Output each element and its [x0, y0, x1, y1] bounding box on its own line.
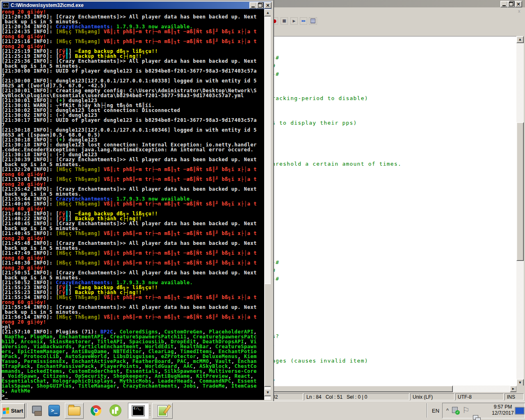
- cmd-window-border: [271, 9, 272, 400]
- vscroll-thumb[interactable]: [516, 122, 524, 261]
- windows-logo-icon: [3, 407, 9, 414]
- console-output[interactable]: rong 20 gi├óy![21:20:33 INFO]: [Crazy En…: [2, 9, 264, 400]
- tray-clock[interactable]: 9:57 PM 12/7/2017: [491, 404, 515, 416]
- hscroll-thumb[interactable]: [270, 386, 453, 392]
- scrollbar-corner: [516, 386, 524, 392]
- cmd-titlebar[interactable]: C:\ C:\Windows\system32\cmd.exe ×: [2, 2, 272, 9]
- editor-text-fragment: s to display their pps): [272, 119, 357, 127]
- taskbar-grip[interactable]: [149, 405, 151, 416]
- console-scrollbar[interactable]: ▲ ▼: [264, 9, 271, 400]
- macro-stop-button[interactable]: ■: [281, 17, 288, 25]
- statusbar-insert-mode: INS: [504, 393, 524, 400]
- scroll-up-icon: ▲: [267, 11, 269, 14]
- editor-text-fragment: hreshold a certain amount of times.: [272, 160, 402, 168]
- macro-grid-icon: [310, 18, 315, 23]
- tray-chevron-icon[interactable]: ^: [445, 406, 450, 414]
- console-line: [21:30:00 INFO]: UUID of player dungle12…: [2, 68, 264, 73]
- cmd-close-button[interactable]: ×: [264, 2, 272, 9]
- chrome-taskbar-button[interactable]: [89, 403, 103, 418]
- notepadpp-icon: [158, 405, 167, 417]
- macro-run-multiple-button[interactable]: ▶▶: [300, 17, 307, 25]
- explorer-taskbar-button[interactable]: [65, 403, 84, 419]
- clock-date: 12/7/2017: [491, 410, 515, 416]
- editor-vscrollbar[interactable]: ▲ ▼: [516, 36, 524, 386]
- npp-restore-button[interactable]: [507, 1, 515, 7]
- console-line: >_: [2, 393, 264, 398]
- close-icon: ×: [516, 2, 520, 6]
- clock-time: 9:57 PM: [491, 404, 515, 410]
- scroll-right-icon: ▶: [512, 388, 514, 390]
- display-settings-icon[interactable]: [515, 407, 525, 415]
- editor-text-fragment: ages (causes invalid item): [272, 357, 368, 365]
- scroll-up-button[interactable]: ▲: [516, 36, 524, 43]
- restore-icon: [258, 3, 262, 7]
- cmd-minimize-button[interactable]: [249, 2, 257, 9]
- stop-icon: ■: [282, 19, 286, 23]
- start-button[interactable]: Start: [1, 403, 25, 418]
- play-all-icon: ▶▶: [302, 20, 306, 23]
- cmd-icon: C:\_: [132, 406, 144, 416]
- console-line: ialsSpawn, ShopGUIPlus, TitleManager, Cr…: [2, 383, 264, 388]
- console-line: rong 20 gi├óy!: [2, 320, 264, 324]
- powershell-launcher[interactable]: >_: [47, 403, 62, 418]
- server-manager-icon: [31, 406, 41, 415]
- statusbar-cursor-position: Ln : 84 Col : 51 Sel : 0 | 0: [304, 393, 409, 400]
- taskbar-divider: [26, 403, 27, 418]
- usb-safely-remove-icon[interactable]: ✓: [451, 406, 459, 414]
- cmd-window-title: C:\Windows\system32\cmd.exe: [11, 2, 84, 8]
- scroll-down-icon: ▼: [267, 391, 269, 394]
- cmd-app-icon: C:\: [2, 2, 9, 8]
- folder-icon: [68, 406, 80, 415]
- tray-divider: [427, 403, 427, 418]
- npp-close-button[interactable]: ×: [515, 1, 522, 7]
- start-label: Start: [11, 408, 23, 414]
- tab-close-icon[interactable]: x: [518, 9, 520, 14]
- minimize-icon: [251, 7, 255, 7]
- green-app-icon: [110, 404, 121, 416]
- powershell-icon: >_: [48, 405, 60, 416]
- statusbar-encoding: UTF-8: [455, 393, 504, 400]
- network-status-icon[interactable]: [473, 415, 481, 420]
- chrome-icon: [91, 405, 101, 416]
- green-app-taskbar-button[interactable]: [107, 403, 123, 418]
- cmd-window: C:\ C:\Windows\system32\cmd.exe × rong 2…: [0, 0, 274, 402]
- npp-minimize-button[interactable]: [500, 1, 508, 7]
- console-line: s, AuthMe: [2, 388, 264, 393]
- desktop: × ● ■ ▶ ▶▶ x -##-#racking-period to disa…: [0, 0, 525, 420]
- restore-icon: [509, 2, 513, 6]
- statusbar-eol-format: Unix (LF): [410, 393, 454, 400]
- close-icon: ×: [266, 3, 270, 7]
- system-tray: ^ ✓ ⚐ ✕ 9:57 PM 12/7/2017: [442, 403, 525, 418]
- macro-play-button[interactable]: ▶: [290, 17, 298, 25]
- language-indicator[interactable]: EN: [430, 405, 441, 416]
- minimize-icon: [502, 5, 506, 6]
- console-line: [21:30:17 INFO]: UUID of player dungle12…: [2, 118, 264, 123]
- cmd-restore-button[interactable]: [256, 2, 264, 9]
- macro-save-button[interactable]: [309, 17, 317, 25]
- play-icon: ▶: [293, 19, 296, 23]
- server-manager-launcher[interactable]: [29, 403, 43, 418]
- editor-text-fragment: racking-period to disable): [272, 95, 368, 102]
- scroll-up-icon: ▲: [519, 38, 521, 41]
- scroll-down-icon: ▼: [519, 381, 521, 384]
- taskbar: Start >_ C:\_ EN ^ ✓ ⚐: [0, 401, 525, 420]
- cmd-taskbar-button-active[interactable]: C:\_: [128, 403, 148, 419]
- notepadpp-taskbar-button[interactable]: [152, 403, 173, 419]
- scroll-right-button[interactable]: ▶: [510, 386, 517, 392]
- flag-status-icon[interactable]: ⚐: [462, 405, 470, 415]
